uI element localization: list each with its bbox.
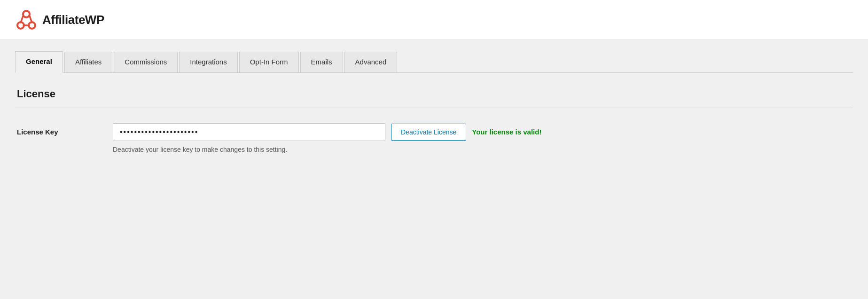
tab-opt-in-form[interactable]: Opt-In Form bbox=[239, 52, 299, 72]
license-key-row: License Key Deactivate License Your lice… bbox=[15, 123, 853, 153]
main-content: General Affiliates Commissions Integrati… bbox=[0, 40, 868, 168]
app-title: AffiliateWP bbox=[42, 13, 104, 27]
license-key-label: License Key bbox=[17, 123, 102, 136]
section-title: License bbox=[15, 88, 853, 100]
tab-emails[interactable]: Emails bbox=[300, 52, 343, 72]
license-key-inline: Deactivate License Your license is valid… bbox=[113, 123, 853, 141]
license-key-hint: Deactivate your license key to make chan… bbox=[113, 146, 853, 153]
svg-line-4 bbox=[30, 16, 32, 23]
tab-commissions[interactable]: Commissions bbox=[114, 52, 178, 72]
settings-tabs: General Affiliates Commissions Integrati… bbox=[15, 40, 853, 73]
tab-general[interactable]: General bbox=[15, 51, 63, 73]
tab-integrations[interactable]: Integrations bbox=[179, 52, 237, 72]
tab-affiliates[interactable]: Affiliates bbox=[64, 52, 112, 72]
app-header: AffiliateWP bbox=[0, 0, 868, 40]
license-key-controls: Deactivate License Your license is valid… bbox=[113, 123, 853, 153]
tab-advanced[interactable]: Advanced bbox=[344, 52, 398, 72]
svg-point-2 bbox=[23, 11, 30, 17]
logo-wrapper: AffiliateWP bbox=[15, 8, 104, 31]
license-valid-message: Your license is valid! bbox=[472, 128, 541, 136]
deactivate-license-button[interactable]: Deactivate License bbox=[391, 124, 466, 141]
license-section: License License Key Deactivate License Y… bbox=[15, 88, 853, 153]
license-key-input[interactable] bbox=[113, 123, 385, 141]
affiliatewp-logo-icon bbox=[15, 8, 38, 31]
svg-line-3 bbox=[21, 16, 23, 23]
section-divider bbox=[15, 108, 853, 108]
